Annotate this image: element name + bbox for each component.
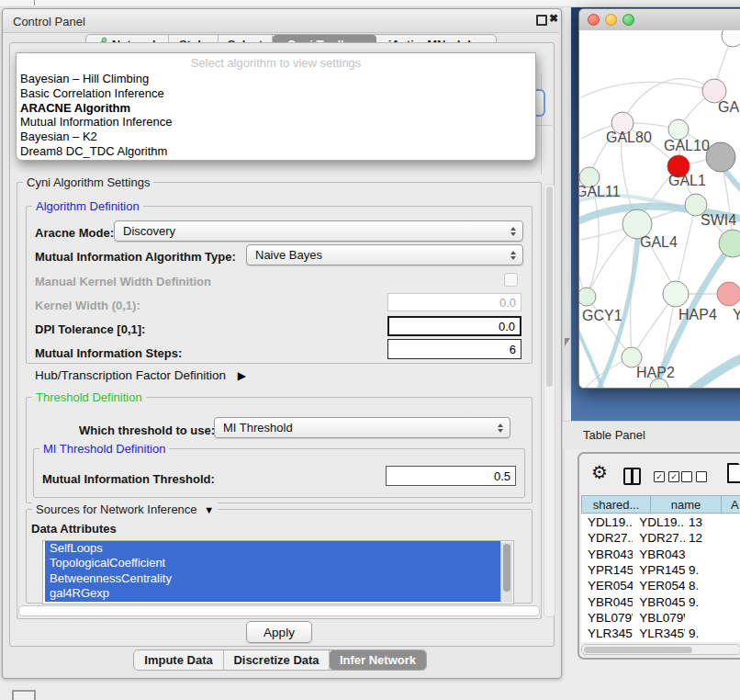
tab-discretize-data[interactable]: Discretize Data [224, 650, 330, 670]
network-node[interactable] [668, 119, 689, 140]
deselect-all-icon[interactable] [681, 471, 707, 482]
network-node[interactable] [706, 142, 735, 172]
table-cell[interactable]: YBR045C [581, 595, 633, 609]
algorithm-option[interactable]: Bayesian – K2 [17, 130, 535, 144]
algorithm-option[interactable]: Bayesian – Hill Climbing [17, 72, 535, 86]
group-title: Cyni Algorithm Settings [23, 175, 153, 189]
algorithm-option-selected[interactable]: ARACNE Algorithm [17, 101, 535, 116]
mi-threshold-label: Mutual Information Threshold: [42, 472, 215, 486]
float-window-icon[interactable] [536, 15, 547, 26]
splitter-handle[interactable] [565, 338, 570, 346]
table-cell[interactable]: 13 [685, 515, 740, 529]
stepper-arrows-icon [510, 227, 516, 236]
column-header[interactable]: shared... [581, 495, 651, 514]
table-cell[interactable]: 9. [685, 595, 740, 609]
mi-steps-field[interactable] [387, 339, 521, 359]
manual-kernel-checkbox[interactable] [504, 273, 518, 287]
apply-button[interactable]: Apply [246, 621, 312, 643]
table-cell[interactable]: YBR043C [581, 548, 633, 561]
hub-factor-expander[interactable]: Hub/Transcription Factor Definition ▶ [35, 368, 246, 382]
table-body: YDL19...YDL19...13YDR27...YDR27...12YBR0… [581, 514, 740, 642]
network-node[interactable] [722, 30, 740, 47]
table-cell[interactable]: YBL079W [581, 611, 633, 625]
checked-box-icon: ✓ [654, 471, 665, 482]
close-icon[interactable]: ✖ [549, 12, 558, 25]
table-cell[interactable]: YBR043C [633, 548, 685, 561]
network-window-titlebar[interactable] [579, 9, 740, 31]
kernel-width-field[interactable] [387, 293, 521, 311]
table-cell[interactable]: YDL19... [633, 515, 685, 529]
table-cell[interactable]: 9. [685, 563, 740, 577]
table-row[interactable]: YIL052CYIL052C9 [581, 641, 740, 642]
table-cell[interactable]: YLR345W [581, 627, 633, 640]
list-item[interactable]: SelfLoops [45, 541, 500, 556]
table-cell[interactable]: 8. [685, 579, 740, 593]
zoom-button[interactable] [622, 14, 634, 26]
algorithm-dropdown-popup: Select algorithm to view settings Bayesi… [16, 52, 536, 161]
select-all-icon[interactable]: ✓ ✓ [654, 471, 679, 482]
scrollbar-thumb[interactable] [503, 544, 510, 592]
control-panel-titlebar[interactable] [3, 9, 559, 33]
table-cell[interactable]: YDR27... [581, 531, 633, 545]
collapsed-arrow-icon: ▶ [238, 369, 246, 382]
cyni-bottom-tabbar: Impute Data Discretize Data Infer Networ… [133, 649, 427, 671]
table-cell[interactable]: YER054C [581, 579, 633, 593]
table-horizontal-scrollbar[interactable] [581, 644, 740, 655]
column-header[interactable]: A [722, 495, 740, 514]
table-cell[interactable]: YBL079W [633, 611, 685, 625]
network-view-window[interactable]: GALGAL80GAL10GAL1GAL11SWI4GAL4GCY1HAP4YH… [578, 8, 740, 389]
algorithm-option[interactable]: Basic Correlation Inference [17, 86, 535, 101]
list-item[interactable]: gal4RGexp [45, 586, 500, 601]
horizontal-scrollbar[interactable] [18, 605, 540, 616]
list-item[interactable]: BetweennessCentrality [45, 571, 500, 586]
tab-impute-data[interactable]: Impute Data [134, 650, 224, 670]
settings-scrollbar[interactable] [544, 184, 555, 617]
which-threshold-combo[interactable]: MI Threshold [214, 417, 510, 438]
combo-value: Naive Bayes [255, 248, 322, 262]
minimize-button[interactable] [605, 14, 617, 26]
table-row[interactable]: YER054CYER054C8. [581, 578, 740, 593]
top-tick-mark [34, 0, 35, 6]
list-scrollbar[interactable] [500, 542, 512, 603]
network-node[interactable] [717, 282, 740, 306]
table-row[interactable]: YLR345WYLR345W9. [581, 626, 740, 641]
sources-expander[interactable]: Sources for Network Inference ▼ [32, 502, 218, 516]
mi-type-combo[interactable]: Naive Bayes [246, 244, 523, 265]
table-row[interactable]: YBL079WYBL079W [581, 610, 740, 626]
scrollbar-thumb[interactable] [584, 647, 692, 653]
table-cell[interactable]: YDL19... [581, 515, 633, 529]
table-row[interactable]: YPR145WYPR145W9. [581, 562, 740, 578]
kernel-width-label: Kernel Width (0,1): [35, 299, 140, 312]
list-item[interactable]: TopologicalCoefficient [45, 556, 500, 570]
scrollbar-thumb[interactable] [546, 186, 553, 387]
network-edge [682, 354, 740, 389]
aracne-mode-combo[interactable]: Discovery [114, 220, 523, 242]
column-header[interactable]: name [651, 495, 722, 514]
expanded-arrow-icon: ▼ [204, 504, 214, 515]
network-node[interactable] [663, 281, 689, 307]
table-cell[interactable]: YBR045C [633, 595, 685, 609]
network-canvas[interactable]: GALGAL80GAL10GAL1GAL11SWI4GAL4GCY1HAP4YH… [579, 30, 740, 389]
table-cell[interactable]: YPR145W [633, 563, 685, 577]
close-button[interactable] [588, 14, 600, 26]
table-cell[interactable]: YDR27... [633, 531, 685, 545]
tab-infer-network[interactable]: Infer Network [330, 650, 426, 670]
algorithm-option[interactable]: Mutual Information Inference [17, 115, 535, 130]
table-cell[interactable]: YPR145W [581, 563, 633, 577]
table-row[interactable]: YBR043CYBR043C [581, 547, 740, 562]
table-row[interactable]: YDL19...YDL19...13 [581, 514, 740, 530]
gear-icon[interactable]: ⚙ [591, 463, 608, 481]
columns-icon[interactable] [623, 468, 641, 485]
dpi-tolerance-field[interactable] [387, 316, 521, 336]
table-row[interactable]: YBR045CYBR045C9. [581, 593, 740, 609]
network-node[interactable] [579, 288, 596, 306]
table-cell[interactable]: YER054C [633, 579, 685, 593]
table-cell[interactable]: YLR345W [633, 627, 685, 640]
table-cell[interactable]: 9. [685, 627, 740, 640]
mi-threshold-field[interactable] [386, 466, 516, 486]
table-cell[interactable]: 12 [685, 531, 740, 545]
algorithm-option[interactable]: Dream8 DC_TDC Algorithm [17, 144, 535, 159]
table-row[interactable]: YDR27...YDR27...12 [581, 530, 740, 546]
minimized-panel-icon[interactable] [12, 690, 36, 700]
document-icon[interactable] [727, 463, 740, 483]
